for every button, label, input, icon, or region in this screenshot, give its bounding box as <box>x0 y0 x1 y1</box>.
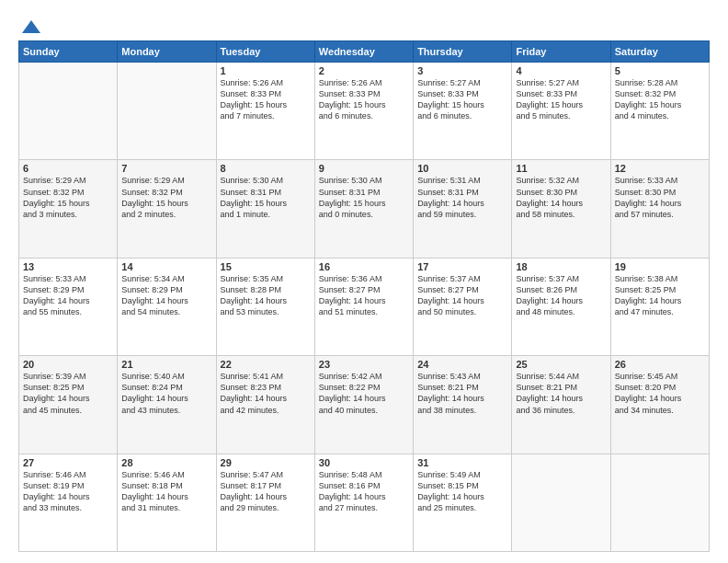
day-number: 24 <box>417 359 507 370</box>
day-number: 26 <box>615 359 705 370</box>
svg-marker-0 <box>22 20 40 33</box>
day-info: Sunrise: 5:36 AM Sunset: 8:27 PM Dayligh… <box>319 273 409 318</box>
calendar-cell: 17Sunrise: 5:37 AM Sunset: 8:27 PM Dayli… <box>414 258 512 355</box>
day-number: 14 <box>121 261 211 272</box>
calendar-cell: 31Sunrise: 5:49 AM Sunset: 8:15 PM Dayli… <box>414 454 512 551</box>
day-info: Sunrise: 5:31 AM Sunset: 8:31 PM Dayligh… <box>417 175 507 220</box>
day-number: 17 <box>417 261 507 272</box>
calendar-week-2: 6Sunrise: 5:29 AM Sunset: 8:32 PM Daylig… <box>19 160 710 258</box>
day-info: Sunrise: 5:30 AM Sunset: 8:31 PM Dayligh… <box>319 175 409 220</box>
calendar-cell: 30Sunrise: 5:48 AM Sunset: 8:16 PM Dayli… <box>314 454 413 551</box>
calendar-cell: 13Sunrise: 5:33 AM Sunset: 8:29 PM Dayli… <box>19 258 118 355</box>
header <box>18 17 710 31</box>
day-number: 6 <box>23 163 113 174</box>
day-info: Sunrise: 5:40 AM Sunset: 8:24 PM Dayligh… <box>121 371 211 416</box>
day-info: Sunrise: 5:33 AM Sunset: 8:29 PM Dayligh… <box>23 273 113 318</box>
day-info: Sunrise: 5:39 AM Sunset: 8:25 PM Dayligh… <box>23 371 113 416</box>
calendar-cell: 7Sunrise: 5:29 AM Sunset: 8:32 PM Daylig… <box>118 160 216 258</box>
weekday-header-wednesday: Wednesday <box>314 41 413 63</box>
calendar-cell: 26Sunrise: 5:45 AM Sunset: 8:20 PM Dayli… <box>610 356 709 454</box>
day-info: Sunrise: 5:46 AM Sunset: 8:18 PM Dayligh… <box>121 469 211 514</box>
day-info: Sunrise: 5:27 AM Sunset: 8:33 PM Dayligh… <box>417 77 507 122</box>
calendar-cell: 6Sunrise: 5:29 AM Sunset: 8:32 PM Daylig… <box>19 160 118 258</box>
day-info: Sunrise: 5:27 AM Sunset: 8:33 PM Dayligh… <box>516 77 606 122</box>
day-info: Sunrise: 5:33 AM Sunset: 8:30 PM Dayligh… <box>615 175 705 220</box>
day-number: 13 <box>23 261 113 272</box>
day-number: 29 <box>221 457 311 468</box>
day-number: 4 <box>516 65 606 76</box>
calendar-cell: 27Sunrise: 5:46 AM Sunset: 8:19 PM Dayli… <box>19 454 118 551</box>
day-number: 8 <box>221 163 311 174</box>
weekday-header-tuesday: Tuesday <box>216 41 314 63</box>
day-info: Sunrise: 5:44 AM Sunset: 8:21 PM Dayligh… <box>516 371 606 416</box>
calendar-cell: 24Sunrise: 5:43 AM Sunset: 8:21 PM Dayli… <box>414 356 512 454</box>
weekday-header-sunday: Sunday <box>19 41 118 63</box>
calendar-cell <box>19 63 118 160</box>
calendar-cell: 29Sunrise: 5:47 AM Sunset: 8:17 PM Dayli… <box>216 454 314 551</box>
day-number: 1 <box>221 65 311 76</box>
day-info: Sunrise: 5:38 AM Sunset: 8:25 PM Dayligh… <box>615 273 705 318</box>
weekday-header-friday: Friday <box>512 41 610 63</box>
day-number: 23 <box>319 359 409 370</box>
day-info: Sunrise: 5:26 AM Sunset: 8:33 PM Dayligh… <box>221 77 311 122</box>
calendar-cell: 1Sunrise: 5:26 AM Sunset: 8:33 PM Daylig… <box>216 63 314 160</box>
day-number: 7 <box>121 163 211 174</box>
day-number: 19 <box>615 261 705 272</box>
day-number: 16 <box>319 261 409 272</box>
calendar-cell <box>610 454 709 551</box>
calendar-cell <box>118 63 216 160</box>
day-number: 22 <box>221 359 311 370</box>
weekday-header-monday: Monday <box>118 41 216 63</box>
day-number: 25 <box>516 359 606 370</box>
calendar-cell: 14Sunrise: 5:34 AM Sunset: 8:29 PM Dayli… <box>118 258 216 355</box>
day-number: 21 <box>121 359 211 370</box>
weekday-header-row: SundayMondayTuesdayWednesdayThursdayFrid… <box>19 41 710 63</box>
calendar-cell: 15Sunrise: 5:35 AM Sunset: 8:28 PM Dayli… <box>216 258 314 355</box>
calendar-cell: 20Sunrise: 5:39 AM Sunset: 8:25 PM Dayli… <box>19 356 118 454</box>
calendar-cell: 11Sunrise: 5:32 AM Sunset: 8:30 PM Dayli… <box>512 160 610 258</box>
calendar-cell: 3Sunrise: 5:27 AM Sunset: 8:33 PM Daylig… <box>414 63 512 160</box>
day-number: 2 <box>319 65 409 76</box>
logo <box>18 17 40 31</box>
calendar-cell: 18Sunrise: 5:37 AM Sunset: 8:26 PM Dayli… <box>512 258 610 355</box>
calendar-cell: 23Sunrise: 5:42 AM Sunset: 8:22 PM Dayli… <box>314 356 413 454</box>
calendar-week-5: 27Sunrise: 5:46 AM Sunset: 8:19 PM Dayli… <box>19 454 710 551</box>
day-info: Sunrise: 5:37 AM Sunset: 8:27 PM Dayligh… <box>417 273 507 318</box>
day-number: 5 <box>615 65 705 76</box>
calendar-cell: 4Sunrise: 5:27 AM Sunset: 8:33 PM Daylig… <box>512 63 610 160</box>
day-number: 10 <box>417 163 507 174</box>
logo-blue-icon <box>20 18 40 35</box>
calendar-cell: 25Sunrise: 5:44 AM Sunset: 8:21 PM Dayli… <box>512 356 610 454</box>
day-number: 27 <box>23 457 113 468</box>
day-info: Sunrise: 5:29 AM Sunset: 8:32 PM Dayligh… <box>23 175 113 220</box>
calendar-table: SundayMondayTuesdayWednesdayThursdayFrid… <box>18 40 710 552</box>
day-info: Sunrise: 5:28 AM Sunset: 8:32 PM Dayligh… <box>615 77 705 122</box>
day-number: 20 <box>23 359 113 370</box>
day-number: 28 <box>121 457 211 468</box>
weekday-header-saturday: Saturday <box>610 41 709 63</box>
calendar-cell: 9Sunrise: 5:30 AM Sunset: 8:31 PM Daylig… <box>314 160 413 258</box>
page: SundayMondayTuesdayWednesdayThursdayFrid… <box>0 0 728 563</box>
calendar-week-3: 13Sunrise: 5:33 AM Sunset: 8:29 PM Dayli… <box>19 258 710 355</box>
day-info: Sunrise: 5:41 AM Sunset: 8:23 PM Dayligh… <box>221 371 311 416</box>
day-info: Sunrise: 5:26 AM Sunset: 8:33 PM Dayligh… <box>319 77 409 122</box>
day-number: 30 <box>319 457 409 468</box>
day-info: Sunrise: 5:42 AM Sunset: 8:22 PM Dayligh… <box>319 371 409 416</box>
day-number: 31 <box>417 457 507 468</box>
calendar-body: 1Sunrise: 5:26 AM Sunset: 8:33 PM Daylig… <box>19 63 710 552</box>
day-info: Sunrise: 5:30 AM Sunset: 8:31 PM Dayligh… <box>221 175 311 220</box>
day-number: 11 <box>516 163 606 174</box>
calendar-cell: 22Sunrise: 5:41 AM Sunset: 8:23 PM Dayli… <box>216 356 314 454</box>
calendar-cell: 10Sunrise: 5:31 AM Sunset: 8:31 PM Dayli… <box>414 160 512 258</box>
calendar-cell: 21Sunrise: 5:40 AM Sunset: 8:24 PM Dayli… <box>118 356 216 454</box>
weekday-header-thursday: Thursday <box>414 41 512 63</box>
calendar-header: SundayMondayTuesdayWednesdayThursdayFrid… <box>19 41 710 63</box>
day-info: Sunrise: 5:46 AM Sunset: 8:19 PM Dayligh… <box>23 469 113 514</box>
calendar-cell: 2Sunrise: 5:26 AM Sunset: 8:33 PM Daylig… <box>314 63 413 160</box>
day-number: 12 <box>615 163 705 174</box>
day-info: Sunrise: 5:29 AM Sunset: 8:32 PM Dayligh… <box>121 175 211 220</box>
day-info: Sunrise: 5:37 AM Sunset: 8:26 PM Dayligh… <box>516 273 606 318</box>
calendar-cell <box>512 454 610 551</box>
day-info: Sunrise: 5:35 AM Sunset: 8:28 PM Dayligh… <box>221 273 311 318</box>
day-number: 15 <box>221 261 311 272</box>
